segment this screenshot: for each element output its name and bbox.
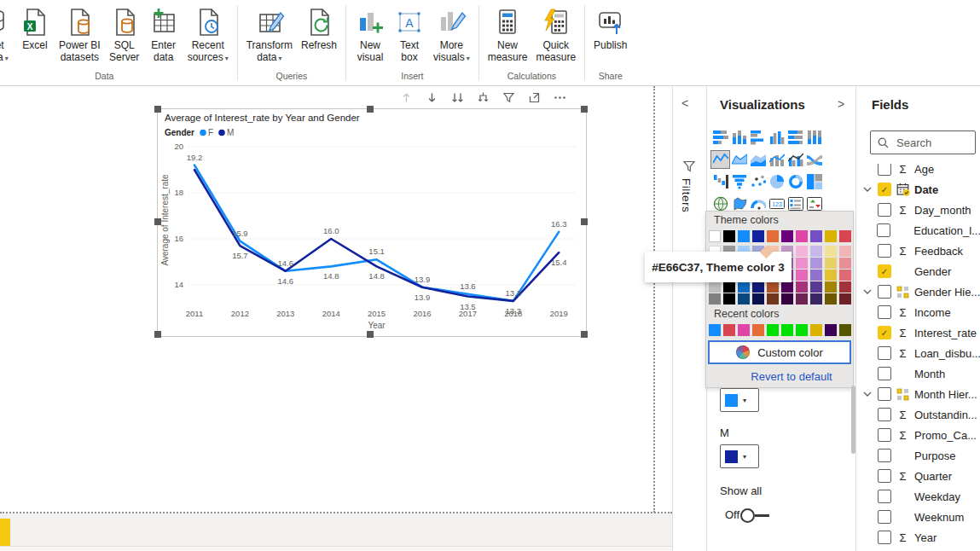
- ribbon-item-get-data[interactable]: Getdata▾: [0, 5, 15, 65]
- field-checkbox[interactable]: [878, 285, 891, 299]
- field-row-loan-disbu[interactable]: ΣLoan_disbu...: [856, 343, 980, 363]
- drill-up-icon[interactable]: [399, 90, 414, 105]
- expand-chevron-icon[interactable]: [861, 289, 874, 294]
- theme-variant-swatch[interactable]: [752, 293, 764, 304]
- field-row-income[interactable]: ΣIncome: [856, 302, 980, 322]
- viz-icon-line-stacked-column[interactable]: [767, 150, 786, 169]
- theme-swatch-0[interactable]: [709, 230, 721, 242]
- field-checkbox[interactable]: [878, 305, 891, 319]
- field-row-purpose[interactable]: Purpose: [856, 445, 980, 466]
- field-row-age[interactable]: ΣAge: [856, 164, 980, 179]
- theme-variant-swatch[interactable]: [839, 258, 851, 269]
- ribbon-item-transform-data[interactable]: Transformdata▾: [242, 5, 297, 65]
- field-checkbox[interactable]: [878, 164, 891, 176]
- theme-swatch-9[interactable]: [839, 230, 851, 242]
- field-checkbox[interactable]: [878, 183, 891, 196]
- viz-icon-ribbon[interactable]: [804, 150, 824, 169]
- theme-swatch-3[interactable]: [752, 230, 764, 242]
- theme-variant-swatch[interactable]: [781, 281, 793, 293]
- recent-swatch-9[interactable]: [839, 324, 851, 336]
- theme-variant-swatch[interactable]: [752, 281, 764, 293]
- field-row-promo-ca[interactable]: ΣPromo_Ca...: [856, 425, 980, 445]
- drill-down-icon[interactable]: [425, 90, 439, 105]
- ribbon-item-recent-sources[interactable]: Recentsources▾: [183, 5, 233, 65]
- theme-variant-swatch[interactable]: [810, 258, 822, 269]
- theme-variant-swatch[interactable]: [709, 281, 721, 293]
- field-checkbox[interactable]: [878, 469, 891, 483]
- field-checkbox[interactable]: [878, 449, 891, 462]
- field-row-interest-rate[interactable]: ΣInterest_rate: [856, 322, 980, 343]
- theme-variant-swatch[interactable]: [781, 293, 793, 304]
- viz-icon-clustered-bar[interactable]: [748, 128, 768, 147]
- viz-icon-line-clustered-column[interactable]: [786, 150, 805, 169]
- field-row-education-l[interactable]: Education_l...: [856, 220, 980, 241]
- field-checkbox[interactable]: [878, 264, 891, 278]
- report-canvas[interactable]: Average of Interest_rate by Year and Gen…: [0, 86, 672, 551]
- field-checkbox[interactable]: [877, 223, 890, 237]
- field-row-month-hier[interactable]: Month Hier...: [856, 384, 980, 404]
- theme-variant-swatch[interactable]: [839, 293, 851, 304]
- field-row-feedback[interactable]: ΣFeedback: [856, 241, 980, 261]
- field-row-day-month[interactable]: ΣDay_month: [856, 200, 980, 220]
- theme-variant-swatch[interactable]: [825, 293, 837, 304]
- viz-icon-waterfall[interactable]: [710, 172, 730, 191]
- theme-variant-swatch[interactable]: [796, 281, 808, 293]
- viz-icon-pie[interactable]: [767, 172, 786, 191]
- field-row-weekday[interactable]: Weekday: [856, 486, 980, 507]
- filters-pane-label[interactable]: Filters: [680, 178, 693, 212]
- field-checkbox[interactable]: [878, 203, 891, 217]
- field-checkbox[interactable]: [878, 510, 891, 524]
- resize-handle[interactable]: [367, 106, 374, 113]
- custom-color-button[interactable]: Custom color: [708, 340, 851, 364]
- viz-icon-stacked-area[interactable]: [748, 150, 768, 169]
- theme-variant-swatch[interactable]: [810, 246, 822, 257]
- ribbon-item-power-bi-datasets[interactable]: Power BIdatasets: [55, 5, 105, 65]
- ribbon-item-more-visuals[interactable]: Morevisuals▾: [429, 5, 474, 65]
- viz-icon-100-stacked-column[interactable]: [804, 128, 824, 147]
- theme-variant-swatch[interactable]: [767, 293, 779, 304]
- field-checkbox[interactable]: [878, 326, 891, 339]
- theme-variant-swatch[interactable]: [796, 270, 808, 281]
- ribbon-item-excel[interactable]: XExcel: [15, 5, 55, 53]
- ribbon-item-publish[interactable]: Publish: [589, 5, 631, 53]
- ribbon-item-sql-server[interactable]: SQLServer: [105, 5, 144, 65]
- theme-variant-swatch[interactable]: [796, 258, 808, 269]
- theme-variant-swatch[interactable]: [738, 281, 750, 293]
- theme-swatch-8[interactable]: [825, 230, 837, 242]
- viz-icon-area[interactable]: [729, 150, 749, 169]
- field-checkbox[interactable]: [878, 367, 891, 380]
- resize-handle[interactable]: [154, 218, 161, 225]
- theme-variant-swatch[interactable]: [825, 281, 837, 293]
- field-row-weeknum[interactable]: Weeknum: [856, 507, 980, 527]
- more-options-icon[interactable]: [553, 90, 567, 105]
- theme-swatch-1[interactable]: [723, 230, 735, 242]
- theme-variant-swatch[interactable]: [825, 246, 837, 257]
- resize-handle[interactable]: [367, 331, 374, 338]
- search-input[interactable]: [895, 136, 966, 150]
- theme-swatch-2[interactable]: [738, 230, 750, 242]
- field-checkbox[interactable]: [878, 428, 891, 442]
- ribbon-item-new-visual[interactable]: Newvisual: [351, 5, 390, 65]
- theme-variant-swatch[interactable]: [796, 293, 808, 304]
- filter-icon[interactable]: [502, 90, 516, 105]
- line-chart-visual[interactable]: Average of Interest_rate by Year and Gen…: [157, 108, 587, 337]
- theme-variant-swatch[interactable]: [810, 281, 822, 293]
- recent-swatch-3[interactable]: [752, 324, 764, 336]
- recent-swatch-1[interactable]: [723, 324, 735, 336]
- expand-chevron-icon[interactable]: [861, 392, 874, 397]
- revert-to-default-link[interactable]: Revert to default: [706, 365, 853, 387]
- theme-variant-swatch[interactable]: [796, 246, 808, 257]
- viz-icon-100-stacked-bar[interactable]: [786, 128, 805, 147]
- field-checkbox[interactable]: [878, 490, 891, 503]
- field-checkbox[interactable]: [878, 346, 891, 360]
- ribbon-item-new-measure[interactable]: Newmeasure: [484, 5, 532, 65]
- show-all-toggle[interactable]: [740, 508, 769, 523]
- viz-icon-treemap[interactable]: [804, 172, 824, 191]
- field-row-gender-hie[interactable]: Gender Hie...: [856, 281, 980, 302]
- recent-swatch-8[interactable]: [825, 324, 837, 336]
- recent-swatch-4[interactable]: [767, 324, 779, 336]
- viz-icon-stacked-column[interactable]: [729, 128, 749, 147]
- theme-variant-swatch[interactable]: [723, 281, 735, 293]
- theme-swatch-6[interactable]: [796, 230, 808, 242]
- ribbon-item-text-box[interactable]: ATextbox: [390, 5, 429, 65]
